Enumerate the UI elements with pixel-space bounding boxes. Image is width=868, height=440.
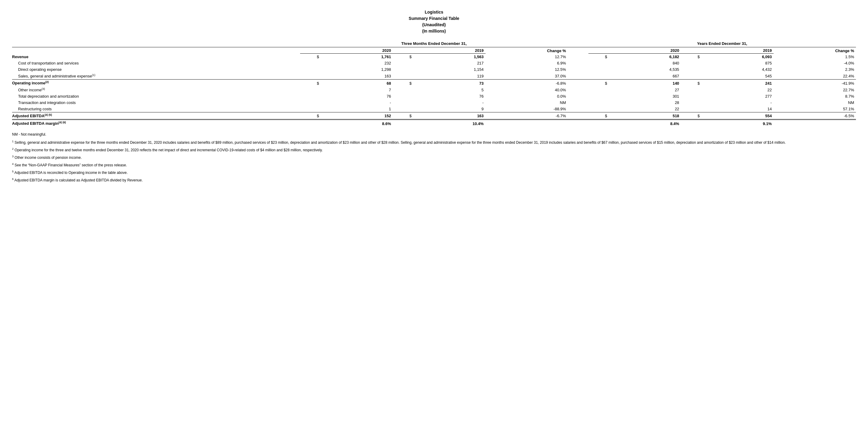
- col-2020-y: 2020: [588, 47, 681, 54]
- y-val4: 277: [702, 93, 774, 99]
- q-val1: 1,761: [321, 54, 393, 60]
- q-val2: 73: [413, 79, 486, 87]
- row-label: Operating income(2): [12, 79, 300, 87]
- table-row: Transaction and integration costs--NM28-…: [12, 99, 856, 106]
- y-pct2: -41.9%: [774, 79, 856, 87]
- y-dollar3: [588, 87, 609, 93]
- col-2019-q: 2019: [393, 47, 486, 54]
- y-val3: 27: [609, 87, 681, 93]
- y-dollar4: [681, 87, 702, 93]
- q-val1: 232: [321, 60, 393, 66]
- spacer: [568, 120, 588, 127]
- table-row: Restructuring costs19-88.9%221457.1%: [12, 106, 856, 112]
- q-val2: 1,563: [413, 54, 486, 60]
- y-val4: 9.1%: [702, 120, 774, 127]
- y-val3: 667: [609, 73, 681, 79]
- table-row: Direct operating expense1,2981,15412.5%4…: [12, 66, 856, 73]
- y-dollar4: [681, 93, 702, 99]
- q-val2: 9: [413, 106, 486, 112]
- q-pct1: 37.0%: [486, 73, 568, 79]
- nm-note: NM - Not meaningful.: [12, 132, 856, 137]
- q-pct1: 40.0%: [486, 87, 568, 93]
- y-val4: 545: [702, 73, 774, 79]
- q-dollar2: [393, 60, 413, 66]
- y-val3: 6,182: [609, 54, 681, 60]
- row-label: Direct operating expense: [12, 66, 300, 73]
- spacer-header: [568, 40, 588, 47]
- table-row: Cost of transportation and services23221…: [12, 60, 856, 66]
- q-val1: 163: [321, 73, 393, 79]
- q-pct1: NM: [486, 99, 568, 106]
- footnote: 1 Selling, general and administrative ex…: [12, 139, 856, 145]
- y-dollar3: [588, 120, 609, 127]
- q-dollar1: [300, 66, 320, 73]
- y-dollar3: [588, 73, 609, 79]
- q-dollar2: $: [393, 54, 413, 60]
- q-pct1: 6.9%: [486, 60, 568, 66]
- y-dollar4: $: [681, 112, 702, 120]
- y-dollar4: [681, 60, 702, 66]
- q-dollar2: [393, 106, 413, 112]
- q-dollar1: [300, 87, 320, 93]
- q-val2: 1,154: [413, 66, 486, 73]
- y-dollar4: $: [681, 54, 702, 60]
- years-header: Years Ended December 31,: [588, 40, 856, 47]
- table-row: Adjusted EBITDA margin(4) (6)8.6%10.4%8.…: [12, 120, 856, 127]
- row-label: Total depreciation and amortization: [12, 93, 300, 99]
- q-val1: 76: [321, 93, 393, 99]
- y-val4: 554: [702, 112, 774, 120]
- q-dollar2: $: [393, 79, 413, 87]
- q-pct1: 0.0%: [486, 93, 568, 99]
- col-changepct-q: Change %: [486, 47, 568, 54]
- spacer: [568, 60, 588, 66]
- q-val1: 7: [321, 87, 393, 93]
- q-val2: 217: [413, 60, 486, 66]
- spacer: [568, 87, 588, 93]
- y-val4: 241: [702, 79, 774, 87]
- y-dollar4: [681, 106, 702, 112]
- q-dollar1: $: [300, 54, 320, 60]
- q-pct1: 12.5%: [486, 66, 568, 73]
- q-val2: 76: [413, 93, 486, 99]
- q-val2: 119: [413, 73, 486, 79]
- q-dollar2: [393, 66, 413, 73]
- row-label: Adjusted EBITDA(4) (5): [12, 112, 300, 120]
- empty-header: [12, 40, 300, 47]
- q-dollar1: [300, 120, 320, 127]
- spacer-header2: [568, 47, 588, 54]
- q-val1: 1,298: [321, 66, 393, 73]
- q-pct1: -88.9%: [486, 106, 568, 112]
- q-dollar2: [393, 73, 413, 79]
- three-months-header: Three Months Ended December 31,: [300, 40, 568, 47]
- label-header: [12, 47, 300, 54]
- y-val3: 28: [609, 99, 681, 106]
- q-val2: -: [413, 99, 486, 106]
- y-pct2: 2.3%: [774, 66, 856, 73]
- q-dollar1: [300, 93, 320, 99]
- y-val4: 22: [702, 87, 774, 93]
- footnote: 5 Adjusted EBITDA is reconciled to Opera…: [12, 170, 856, 175]
- y-val4: -: [702, 99, 774, 106]
- footnote: 6 Adjusted EBITDA margin is calculated a…: [12, 177, 856, 183]
- q-dollar1: [300, 99, 320, 106]
- y-pct2: [774, 120, 856, 127]
- q-dollar2: $: [393, 112, 413, 120]
- q-dollar2: [393, 93, 413, 99]
- y-dollar3: [588, 93, 609, 99]
- y-dollar3: $: [588, 54, 609, 60]
- row-label: Transaction and integration costs: [12, 99, 300, 106]
- spacer: [568, 73, 588, 79]
- y-dollar4: $: [681, 79, 702, 87]
- q-dollar1: [300, 106, 320, 112]
- y-pct2: NM: [774, 99, 856, 106]
- y-dollar4: [681, 99, 702, 106]
- y-val3: 518: [609, 112, 681, 120]
- y-pct2: 22.4%: [774, 73, 856, 79]
- y-pct2: 8.7%: [774, 93, 856, 99]
- y-pct2: -6.5%: [774, 112, 856, 120]
- y-pct2: 1.5%: [774, 54, 856, 60]
- y-val3: 301: [609, 93, 681, 99]
- q-val1: 1: [321, 106, 393, 112]
- y-val4: 14: [702, 106, 774, 112]
- spacer: [568, 79, 588, 87]
